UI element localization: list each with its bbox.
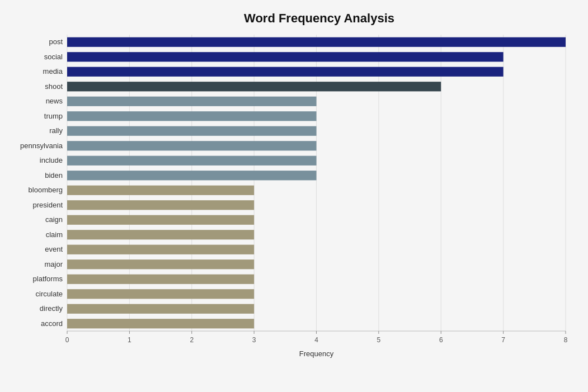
bar-shoot — [67, 82, 441, 91]
bar-label-event: event — [45, 245, 63, 253]
bar-label-trump: trump — [44, 112, 63, 120]
x-tick-0: 0 — [65, 336, 69, 344]
bar-label-social: social — [44, 53, 63, 61]
bar-label-biden: biden — [45, 171, 63, 180]
chart-area: postsocialmediashootnewstrumprallypennsy… — [67, 35, 571, 365]
bar-label-major: major — [44, 260, 63, 268]
x-tick-7: 7 — [501, 336, 505, 344]
bar-label-platforms: platforms — [33, 275, 63, 283]
bar-directly — [67, 304, 254, 314]
bar-label-pennsylvania: pennsylvania — [20, 141, 63, 150]
bar-label-president: president — [33, 201, 63, 209]
bar-social — [67, 52, 504, 62]
bar-post — [67, 37, 566, 47]
chart-inner: postsocialmediashootnewstrumprallypennsy… — [67, 35, 571, 365]
x-tick-2: 2 — [190, 336, 194, 344]
x-tick-1: 1 — [128, 336, 131, 344]
svg-wrapper: postsocialmediashootnewstrumprallypennsy… — [67, 35, 571, 367]
bar-circulate — [67, 289, 254, 299]
bar-trump — [67, 111, 317, 121]
bar-news — [67, 97, 317, 106]
bar-label-rally: rally — [49, 126, 63, 135]
bar-label-claim: claim — [46, 230, 63, 239]
bar-president — [67, 200, 254, 210]
bar-biden — [67, 171, 317, 180]
bar-label-include: include — [40, 156, 63, 164]
bar-label-post: post — [49, 37, 63, 46]
bar-label-accord: accord — [41, 319, 63, 328]
bar-pennsylvania — [67, 141, 317, 150]
x-tick-6: 6 — [439, 336, 443, 344]
bar-label-shoot: shoot — [45, 82, 63, 91]
bar-bloomberg — [67, 186, 254, 195]
bar-chart-svg: postsocialmediashootnewstrumprallypennsy… — [67, 35, 571, 365]
bar-label-circulate: circulate — [36, 290, 63, 298]
bar-include — [67, 156, 317, 166]
bar-label-news: news — [46, 97, 63, 105]
x-axis-label: Frequency — [299, 350, 334, 358]
bar-platforms — [67, 275, 254, 284]
bar-claim — [67, 230, 254, 239]
bar-accord — [67, 319, 254, 328]
bar-label-caign: caign — [45, 215, 63, 224]
bar-rally — [67, 126, 317, 136]
bar-major — [67, 259, 254, 269]
x-tick-4: 4 — [314, 336, 318, 344]
x-tick-5: 5 — [377, 336, 381, 344]
bar-caign — [67, 215, 254, 225]
x-tick-3: 3 — [252, 336, 256, 344]
chart-container: Word Frequency Analysis postsocialmedias… — [0, 0, 588, 392]
bar-media — [67, 67, 504, 77]
bar-label-directly: directly — [40, 304, 63, 313]
chart-title: Word Frequency Analysis — [67, 11, 571, 26]
x-tick-8: 8 — [564, 336, 568, 344]
bar-event — [67, 245, 254, 254]
bar-label-media: media — [43, 67, 63, 75]
bar-label-bloomberg: bloomberg — [29, 186, 63, 194]
